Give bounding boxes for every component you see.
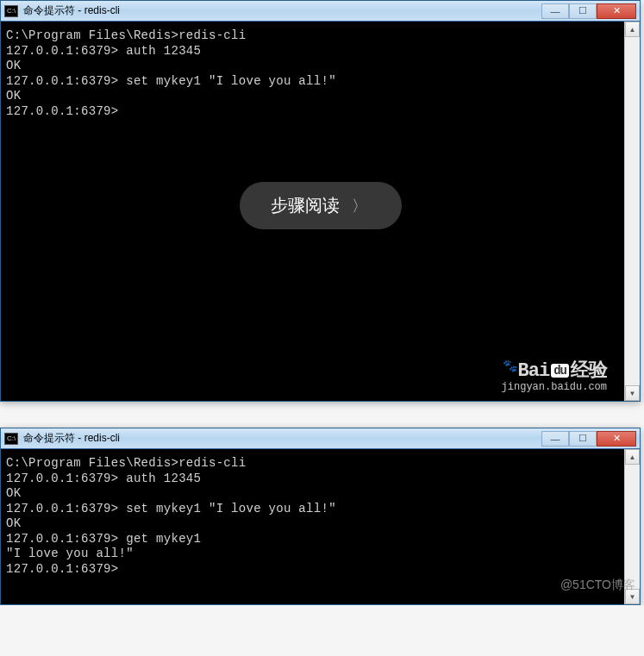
cmd-window-2: C:\ 命令提示符 - redis-cli — ☐ ✕ C:\Program F… [0, 428, 641, 605]
term-line: C:\Program Files\Redis>redis-cli [6, 28, 619, 44]
window-controls: — ☐ ✕ [541, 3, 636, 19]
terminal-output[interactable]: C:\Program Files\Redis>redis-cli 127.0.0… [1, 449, 624, 604]
term-line: 127.0.0.1:6379> set mykey1 "I love you a… [6, 74, 619, 90]
cmd-icon: C:\ [4, 5, 18, 17]
maximize-button[interactable]: ☐ [569, 431, 597, 447]
window-controls: — ☐ ✕ [541, 431, 636, 447]
chevron-right-icon: 〉 [352, 196, 367, 216]
term-line: OK [6, 516, 619, 532]
step-label: 步骤阅读 [271, 194, 340, 217]
maximize-button[interactable]: ☐ [569, 3, 597, 19]
scroll-track[interactable] [625, 465, 640, 589]
scroll-up-icon[interactable]: ▲ [625, 449, 640, 465]
term-line: C:\Program Files\Redis>redis-cli [6, 456, 619, 472]
cmd-window-1: C:\ 命令提示符 - redis-cli — ☐ ✕ C:\Program F… [0, 0, 641, 402]
close-button[interactable]: ✕ [597, 431, 636, 447]
scrollbar[interactable]: ▲ ▼ [624, 22, 640, 401]
title-bar[interactable]: C:\ 命令提示符 - redis-cli — ☐ ✕ [1, 428, 640, 449]
close-button[interactable]: ✕ [597, 3, 636, 19]
term-line: 127.0.0.1:6379> auth 12345 [6, 44, 619, 59]
minimize-button[interactable]: — [541, 431, 569, 447]
term-line: 127.0.0.1:6379> [6, 104, 619, 120]
scroll-up-icon[interactable]: ▲ [625, 22, 640, 37]
window-title: 命令提示符 - redis-cli [23, 3, 541, 18]
terminal-wrap: C:\Program Files\Redis>redis-cli 127.0.0… [1, 449, 640, 604]
minimize-button[interactable]: — [541, 3, 569, 19]
scroll-down-icon[interactable]: ▼ [625, 385, 640, 401]
step-read-button[interactable]: 步骤阅读 〉 [240, 182, 402, 229]
brand-prefix: Bai [518, 360, 550, 382]
cmd-icon: C:\ [4, 433, 18, 445]
title-bar[interactable]: C:\ 命令提示符 - redis-cli — ☐ ✕ [1, 1, 640, 22]
term-line: 127.0.0.1:6379> [6, 562, 619, 578]
scroll-track[interactable] [625, 37, 640, 385]
term-line: OK [6, 59, 619, 74]
paw-icon: 🐾 [503, 359, 516, 375]
brand-du: du [551, 364, 569, 378]
term-line: 127.0.0.1:6379> auth 12345 [6, 472, 619, 487]
term-line: OK [6, 89, 619, 104]
term-line: 127.0.0.1:6379> get mykey1 [6, 532, 619, 547]
brand-suffix: 经验 [571, 360, 607, 382]
window-title: 命令提示符 - redis-cli [23, 431, 541, 446]
term-line: OK [6, 486, 619, 502]
baidu-watermark: 🐾Baidu经验 jingyan.baidu.com [502, 359, 607, 395]
term-line: "I love you all!" [6, 547, 619, 562]
term-line: 127.0.0.1:6379> set mykey1 "I love you a… [6, 502, 619, 517]
baidu-url: jingyan.baidu.com [502, 381, 607, 394]
cto-watermark: @51CTO博客 [560, 578, 635, 593]
